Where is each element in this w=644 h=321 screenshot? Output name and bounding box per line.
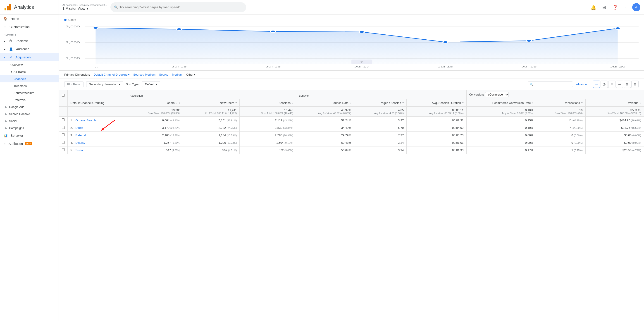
sidebar-item-acquisition[interactable]: ▼ ✳ Acquisition	[0, 53, 58, 61]
row-checkbox[interactable]	[62, 126, 65, 129]
conversions-type-dropdown[interactable]: eCommerce	[485, 92, 509, 97]
comparison-view-button[interactable]: ⇌	[616, 81, 623, 88]
channel-link[interactable]: Display	[75, 141, 85, 144]
sessions-header[interactable]: Sessions ?	[240, 99, 296, 107]
channel-link[interactable]: Referral	[75, 134, 86, 137]
pivot-view-button[interactable]: ⊞	[624, 81, 631, 88]
plot-rows-button: Plot Rows	[64, 81, 84, 87]
sidebar-item-campaigns[interactable]: ▶ Campaigns	[0, 125, 58, 132]
default-channel-grouping-dropdown[interactable]: Default Channel Grouping ▾	[94, 73, 130, 76]
table-row: 1. Organic Search 6,064 (44.30%) 5,161 (…	[59, 117, 644, 124]
row-sessions: 572 (3.48%)	[240, 146, 296, 154]
select-all-checkbox-header[interactable]	[59, 90, 68, 99]
row-transactions: 4 (25.00%)	[536, 124, 586, 132]
table-search-box[interactable]: 🔍	[528, 82, 573, 87]
home-icon: 🏠	[4, 17, 8, 21]
row-checkbox[interactable]	[62, 133, 65, 136]
sidebar-item-home[interactable]: 🏠 Home	[0, 15, 58, 23]
sidebar-item-audience[interactable]: ▶ 👤 Audience	[0, 45, 58, 53]
avatar[interactable]: A	[632, 3, 640, 11]
row-pages-session: 3.24	[354, 139, 406, 146]
row-checkbox[interactable]	[62, 118, 65, 121]
row-checkbox-cell[interactable]	[59, 146, 68, 154]
chart-metric-label: Users	[68, 18, 76, 22]
pages-session-header[interactable]: Pages / Session ?	[354, 99, 406, 107]
bounce-rate-header[interactable]: Bounce Rate ?	[296, 99, 354, 107]
table-search-input[interactable]	[535, 83, 571, 86]
svg-text:2,000: 2,000	[66, 41, 80, 44]
pie-view-button[interactable]: ◔	[600, 81, 608, 88]
row-checkbox-cell[interactable]	[59, 117, 68, 124]
row-checkbox[interactable]	[62, 141, 65, 144]
new-users-header[interactable]: New Users ?	[183, 99, 240, 107]
search-bar[interactable]: 🔍	[110, 2, 246, 12]
revenue-header[interactable]: Revenue ?	[586, 99, 644, 107]
users-header[interactable]: Users ? ↓	[127, 99, 183, 107]
sidebar-item-referrals[interactable]: Referrals	[0, 96, 58, 103]
totals-ecommerce-rate: 0.10% Avg for View: 0.10% (0.00%)	[466, 107, 536, 117]
sidebar-item-overview[interactable]: Overview	[0, 61, 58, 68]
channel-link[interactable]: Direct	[75, 126, 83, 130]
totals-pages-session: 4.85 Avg for View: 4.85 (0.00%)	[354, 107, 406, 117]
source-medium-link[interactable]: Source / Medium	[133, 73, 156, 76]
search-input[interactable]	[120, 6, 242, 9]
sidebar-item-attribution[interactable]: ↔ Attribution BETA	[0, 140, 58, 148]
performance-view-button[interactable]: ≡	[608, 81, 616, 88]
row-bounce-rate: 56.64%	[296, 146, 354, 154]
sidebar-item-search-console[interactable]: ▶ Search Console	[0, 111, 58, 118]
other-dropdown[interactable]: Other ▾	[186, 73, 196, 76]
totals-avg-session: 00:03:11 Avg for View: 00:03:11 (0.00%)	[407, 107, 466, 117]
row-bounce-rate: 34.49%	[296, 124, 354, 132]
sidebar-item-treemaps[interactable]: Treemaps	[0, 82, 58, 89]
source-link[interactable]: Source	[159, 73, 168, 76]
channel-link[interactable]: Social	[75, 149, 83, 152]
ecommerce-rate-header[interactable]: Ecommerce Conversion Rate ?	[466, 99, 536, 107]
chart-container: 3,000 2,000 1,000 ... Jul 15 Jul 16 Jul …	[64, 23, 638, 69]
help-button[interactable]: ❓	[610, 3, 620, 12]
revenue-info-icon: ?	[640, 102, 641, 104]
sidebar-item-social[interactable]: ▶ Social	[0, 118, 58, 125]
row-transactions: 0 (0.00%)	[536, 132, 586, 139]
svg-text:▾: ▾	[360, 61, 363, 63]
sidebar-item-realtime[interactable]: ▶ ⏱ Realtime	[0, 37, 58, 45]
campaigns-expand-icon: ▶	[6, 127, 7, 129]
channel-link[interactable]: Organic Search	[75, 119, 96, 122]
sidebar-item-source-medium[interactable]: Source/Medium	[0, 89, 58, 96]
view-icons: ☰ ◔ ≡ ⇌ ⊞ ⊟	[593, 81, 638, 88]
table-row: 4. Display 1,267 (9.26%) 1,206 (10.73%) …	[59, 139, 644, 146]
totals-users: 13,386 % of Total: 100.00% (13,386)	[127, 107, 183, 117]
avg-session-header[interactable]: Avg. Session Duration ?	[407, 99, 466, 107]
advanced-link[interactable]: advanced	[576, 83, 588, 86]
notifications-button[interactable]: 🔔	[589, 3, 598, 12]
row-checkbox-cell[interactable]	[59, 124, 68, 132]
secondary-dimension-dropdown[interactable]: Secondary dimension ▾	[86, 81, 123, 87]
row-checkbox-cell[interactable]	[59, 132, 68, 139]
svg-point-22	[443, 41, 448, 43]
sidebar-item-customization[interactable]: ⊞ Customization	[0, 23, 58, 31]
sort-type-dropdown[interactable]: Default ▾	[142, 81, 160, 87]
sidebar-item-channels[interactable]: Channels	[0, 75, 58, 82]
row-checkbox[interactable]	[62, 148, 65, 151]
row-num: 5.	[70, 149, 73, 152]
select-all-checkbox[interactable]	[62, 94, 65, 97]
totals-label	[68, 107, 127, 117]
apps-button[interactable]: ⊞	[600, 3, 609, 12]
medium-link[interactable]: Medium	[172, 73, 182, 76]
new-users-info-icon: ?	[235, 102, 237, 104]
svg-point-18	[93, 27, 98, 29]
table-view-button[interactable]: ☰	[593, 81, 600, 88]
transactions-header[interactable]: Transactions ?	[536, 99, 586, 107]
legend-dot	[64, 19, 66, 21]
sidebar-item-all-traffic[interactable]: ▼ All Traffic	[0, 68, 58, 75]
lifetime-view-button[interactable]: ⊟	[631, 81, 638, 88]
sidebar-item-google-ads[interactable]: ▶ Google Ads	[0, 103, 58, 111]
beta-badge: BETA	[25, 142, 32, 145]
svg-text:Jul 17: Jul 17	[354, 65, 370, 68]
more-options-button[interactable]: ⋮	[621, 3, 630, 12]
totals-revenue: $553.15 % of Total: 100.00% ($553.15)	[586, 107, 644, 117]
sidebar-item-behavior[interactable]: 📊 Behavior	[0, 132, 58, 140]
row-checkbox-cell[interactable]	[59, 139, 68, 146]
behavior-group-header: Behavior	[296, 90, 466, 99]
view-selector[interactable]: 1 Master View ▾	[62, 6, 107, 11]
row-pages-session: 7.37	[354, 132, 406, 139]
